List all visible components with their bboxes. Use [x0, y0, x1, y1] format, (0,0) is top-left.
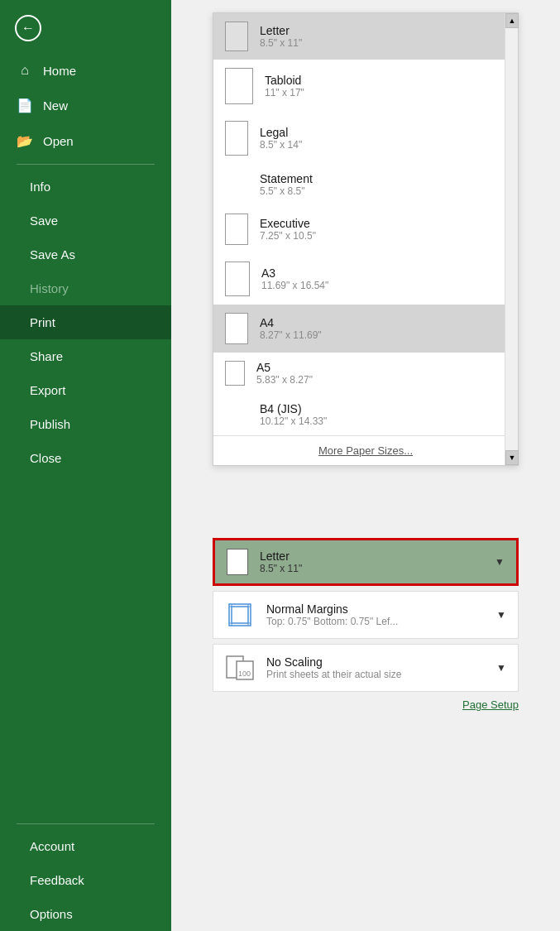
- sidebar-item-account[interactable]: Account: [0, 829, 171, 863]
- margins-info: Normal Margins Top: 0.75" Bottom: 0.75" …: [266, 602, 485, 627]
- paper-dims-statement: 5.5" x 8.5": [260, 185, 313, 197]
- sidebar-bottom: Account Feedback Options: [0, 818, 171, 931]
- paper-info-a5: A5 5.83" x 8.27": [256, 361, 313, 386]
- sidebar-item-save[interactable]: Save: [0, 204, 171, 238]
- paper-info-b4jis: B4 (JIS) 10.12" x 14.33": [260, 402, 327, 427]
- sidebar-item-history-label: History: [30, 281, 69, 295]
- paper-dims-a3: 11.69" x 16.54": [261, 280, 328, 291]
- sidebar-item-print[interactable]: Print: [0, 305, 171, 339]
- more-paper-sizes-link[interactable]: More Paper Sizes...: [213, 435, 518, 465]
- settings-panel: Letter 8.5" x 11" ▼ Normal Margins Top: …: [213, 538, 519, 717]
- scroll-down-button[interactable]: ▼: [505, 450, 519, 465]
- paper-info-legal: Legal 8.5" x 14": [260, 126, 302, 151]
- paper-info-tabloid: Tabloid 11" x 17": [265, 74, 304, 98]
- paper-item-a4[interactable]: A4 8.27" x 11.69": [213, 305, 518, 353]
- margins-dropdown-arrow-icon: ▼: [496, 609, 506, 621]
- paper-name-executive: Executive: [260, 217, 316, 230]
- svg-rect-1: [232, 607, 248, 623]
- scaling-setting[interactable]: 100 No Scaling Print sheets at their act…: [213, 644, 519, 692]
- sidebar: ← ⌂ Home 📄 New 📂 Open Info Save Save As …: [0, 0, 171, 931]
- sidebar-item-close[interactable]: Close: [0, 441, 171, 475]
- paper-item-tabloid[interactable]: Tabloid 11" x 17": [213, 60, 518, 113]
- back-button[interactable]: ←: [0, 0, 171, 53]
- paper-dims-tabloid: 11" x 17": [265, 87, 304, 98]
- paper-info-statement: Statement 5.5" x 8.5": [260, 172, 313, 197]
- paper-thumb-executive: [225, 214, 248, 245]
- paper-name-legal: Legal: [260, 126, 302, 139]
- home-icon: ⌂: [17, 63, 33, 78]
- sidebar-item-save-as-label: Save As: [30, 247, 75, 262]
- paper-dims-legal: 8.5" x 14": [260, 139, 302, 151]
- paper-name-statement: Statement: [260, 172, 313, 185]
- sidebar-item-feedback-label: Feedback: [30, 873, 84, 887]
- new-icon: 📄: [17, 98, 33, 113]
- sidebar-item-publish-label: Publish: [30, 417, 70, 431]
- paper-thumb-a3: [225, 262, 250, 296]
- back-arrow-icon: ←: [22, 22, 35, 35]
- sidebar-item-share[interactable]: Share: [0, 339, 171, 373]
- sidebar-item-open[interactable]: 📂 Open: [0, 123, 171, 159]
- paper-thumb-tabloid: [225, 68, 253, 104]
- scroll-up-button[interactable]: ▲: [505, 13, 519, 28]
- sidebar-item-feedback[interactable]: Feedback: [0, 863, 171, 897]
- sidebar-item-save-label: Save: [30, 214, 58, 228]
- sidebar-item-history[interactable]: History: [0, 271, 171, 305]
- paper-thumb-a4: [225, 313, 248, 344]
- paper-dims-a5: 5.83" x 8.27": [256, 374, 313, 386]
- divider-top: [17, 164, 155, 165]
- paper-name-a5: A5: [256, 361, 313, 374]
- paper-item-a5[interactable]: A5 5.83" x 8.27": [213, 353, 518, 394]
- scaling-dropdown-arrow-icon: ▼: [496, 662, 506, 674]
- paper-info-a4: A4 8.27" x 11.69": [260, 316, 322, 341]
- selected-paper-dims: 8.5" x 11": [260, 563, 483, 574]
- paper-item-b4jis[interactable]: B4 (JIS) 10.12" x 14.33": [213, 394, 518, 435]
- scaling-info: No Scaling Print sheets at their actual …: [266, 655, 485, 680]
- scaling-detail: Print sheets at their actual size: [266, 669, 485, 680]
- sidebar-item-export-label: Export: [30, 383, 65, 397]
- page-setup-link-container: Page Setup: [213, 692, 519, 717]
- sidebar-item-account-label: Account: [30, 839, 74, 853]
- main-content: Letter 8.5" x 11" Tabloid 11" x 17": [171, 0, 560, 931]
- paper-thumb-a5: [225, 361, 245, 386]
- paper-item-a3[interactable]: A3 11.69" x 16.54": [213, 253, 518, 305]
- paper-name-tabloid: Tabloid: [265, 74, 304, 87]
- sidebar-item-info[interactable]: Info: [0, 170, 171, 204]
- sidebar-item-new-label: New: [43, 98, 68, 113]
- sidebar-item-export[interactable]: Export: [0, 373, 171, 407]
- paper-info-a3: A3 11.69" x 16.54": [261, 266, 328, 291]
- selected-paper-icon: [227, 549, 248, 575]
- selected-paper-dropdown[interactable]: Letter 8.5" x 11" ▼: [213, 538, 519, 586]
- sidebar-item-save-as[interactable]: Save As: [0, 238, 171, 271]
- sidebar-item-close-label: Close: [30, 451, 61, 465]
- sidebar-item-info-label: Info: [30, 180, 50, 194]
- paper-dims-a4: 8.27" x 11.69": [260, 329, 322, 341]
- margins-name: Normal Margins: [266, 602, 485, 616]
- paper-item-executive[interactable]: Executive 7.25" x 10.5": [213, 205, 518, 253]
- paper-dims-letter: 8.5" x 11": [260, 37, 302, 49]
- paper-item-legal[interactable]: Legal 8.5" x 14": [213, 113, 518, 164]
- sidebar-item-publish[interactable]: Publish: [0, 407, 171, 441]
- margins-detail: Top: 0.75" Bottom: 0.75" Lef...: [266, 616, 485, 627]
- paper-item-statement[interactable]: Statement 5.5" x 8.5": [213, 164, 518, 205]
- paper-info-executive: Executive 7.25" x 10.5": [260, 217, 316, 242]
- margins-setting[interactable]: Normal Margins Top: 0.75" Bottom: 0.75" …: [213, 591, 519, 639]
- sidebar-item-home[interactable]: ⌂ Home: [0, 53, 171, 88]
- paper-size-list[interactable]: Letter 8.5" x 11" Tabloid 11" x 17": [213, 13, 518, 435]
- paper-dims-b4jis: 10.12" x 14.33": [260, 415, 327, 427]
- paper-item-letter[interactable]: Letter 8.5" x 11": [213, 13, 518, 60]
- page-setup-link[interactable]: Page Setup: [462, 698, 519, 711]
- paper-name-b4jis: B4 (JIS): [260, 402, 327, 415]
- sidebar-item-options[interactable]: Options: [0, 897, 171, 931]
- svg-text:100: 100: [238, 669, 251, 678]
- open-icon: 📂: [17, 133, 33, 149]
- paper-name-a3: A3: [261, 266, 328, 280]
- paper-name-a4: A4: [260, 316, 322, 329]
- paper-size-dropdown[interactable]: Letter 8.5" x 11" Tabloid 11" x 17": [213, 12, 519, 466]
- sidebar-item-home-label: Home: [43, 64, 76, 78]
- paper-name-letter: Letter: [260, 24, 302, 37]
- selected-paper-name: Letter: [260, 549, 483, 563]
- sidebar-item-open-label: Open: [43, 134, 74, 148]
- paper-thumb-letter: [225, 22, 248, 51]
- sidebar-item-new[interactable]: 📄 New: [0, 88, 171, 123]
- paper-dropdown-arrow-icon: ▼: [495, 556, 505, 568]
